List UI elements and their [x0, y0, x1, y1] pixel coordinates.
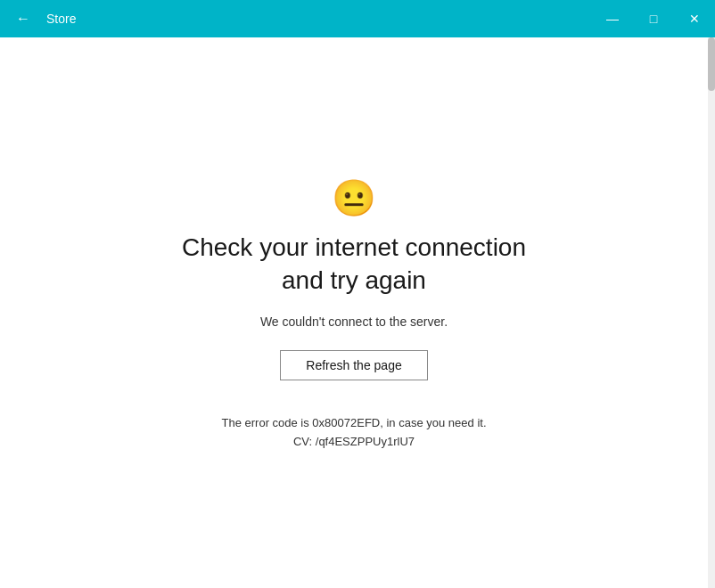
- error-title-line1: Check your internet connection: [182, 233, 526, 261]
- minimize-icon: —: [606, 12, 619, 26]
- close-icon: ✕: [689, 12, 700, 26]
- error-title-line2: and try again: [282, 266, 426, 294]
- titlebar-left: ← Store: [9, 4, 76, 33]
- scrollbar-thumb[interactable]: [708, 37, 715, 91]
- maximize-button[interactable]: □: [633, 0, 674, 37]
- content-area: 😐 Check your internet connection and try…: [0, 37, 715, 588]
- back-button[interactable]: ←: [9, 4, 37, 33]
- sad-face-icon: 😐: [332, 177, 376, 219]
- error-container: 😐 Check your internet connection and try…: [182, 177, 526, 448]
- cv-code-text: CV: /qf4ESZPPUy1rlU7: [293, 435, 415, 448]
- error-title: Check your internet connection and try a…: [182, 232, 526, 297]
- window-controls: — □ ✕: [592, 0, 715, 37]
- maximize-icon: □: [650, 12, 657, 26]
- app-title: Store: [46, 12, 76, 26]
- titlebar: ← Store — □ ✕: [0, 0, 715, 37]
- minimize-button[interactable]: —: [592, 0, 633, 37]
- error-code-text: The error code is 0x80072EFD, in case yo…: [222, 416, 487, 429]
- close-button[interactable]: ✕: [674, 0, 715, 37]
- refresh-button[interactable]: Refresh the page: [280, 350, 427, 380]
- back-icon: ←: [16, 11, 30, 27]
- scrollbar[interactable]: [708, 37, 715, 588]
- error-subtitle: We couldn't connect to the server.: [260, 314, 448, 329]
- app-window: ← Store — □ ✕ 😐 Check your internet conn…: [0, 0, 715, 588]
